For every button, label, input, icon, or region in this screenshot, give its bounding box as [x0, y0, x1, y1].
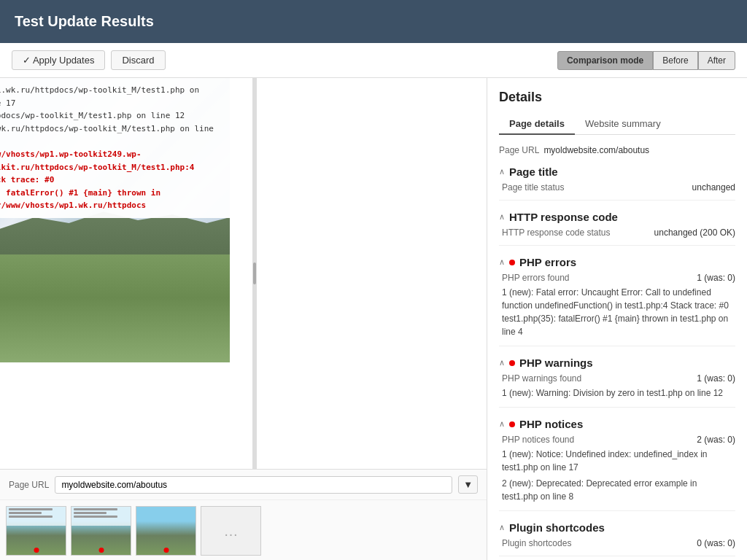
- toolbar: ✓ Apply Updates Discard Comparison mode …: [0, 43, 747, 78]
- section-detail-text: 1 (new): Warning: Division by zero in te…: [499, 386, 735, 400]
- section-row-label: Plugin shortcodes: [502, 538, 571, 548]
- thumbnail-1[interactable]: [6, 506, 66, 556]
- image-area: /wp1.wk.ru/httpdocs/wp-toolkit_M/test1.p…: [0, 78, 487, 469]
- header-title: Test Update Results: [15, 13, 154, 29]
- right-panel: Details Page details Website summary Pag…: [487, 78, 747, 560]
- section-row-value: unchanged: [692, 182, 735, 192]
- section-page-title: ∧Page titlePage title statusunchanged: [499, 166, 735, 201]
- section-detail-text: 1 (new): Fatal error: Uncaught Error: Ca…: [499, 286, 735, 338]
- thumbnail-3[interactable]: [136, 506, 196, 556]
- thumb-error-dot-2: [98, 548, 104, 553]
- details-title: Details: [499, 90, 735, 105]
- drag-handle[interactable]: [252, 78, 257, 469]
- section-plugin-shortcodes: ∧Plugin shortcodesPlugin shortcodes0 (wa…: [499, 521, 735, 556]
- tab-website-summary[interactable]: Website summary: [575, 114, 671, 135]
- discard-button[interactable]: Discard: [111, 50, 165, 70]
- url-bar-label: Page URL: [9, 480, 49, 490]
- section-detail-text: 1 (new): Notice: Undefined index: undefi…: [499, 448, 735, 474]
- section-php-errors: ∧PHP errorsPHP errors found1 (was: 0)1 (…: [499, 256, 735, 346]
- section-header-php-warnings: ∧PHP warnings: [499, 357, 735, 369]
- section-row: PHP warnings found1 (was: 0): [499, 373, 735, 384]
- error-line-4: /www/vhosts/wp1.wp-toolkit249.wp-toolkit…: [0, 148, 222, 187]
- section-divider: [499, 556, 735, 556]
- thumbnail-2[interactable]: [71, 506, 131, 556]
- chevron-php-warnings[interactable]: ∧: [499, 358, 505, 368]
- section-title-php-notices: PHP notices: [519, 418, 583, 430]
- chevron-plugin-shortcodes[interactable]: ∧: [499, 523, 505, 532]
- page-url-value: myoldwebsite.com/aboutus: [543, 145, 649, 155]
- after-button[interactable]: After: [698, 51, 735, 70]
- error-line-2: httpdocs/wp-toolkit_M/test1.php on line …: [0, 109, 222, 122]
- section-divider: [499, 200, 735, 201]
- left-panel: /wp1.wk.ru/httpdocs/wp-toolkit_M/test1.p…: [0, 78, 487, 560]
- section-row: PHP notices found2 (was: 0): [499, 435, 735, 445]
- section-row: PHP errors found1 (was: 0): [499, 273, 735, 283]
- main-layout: /wp1.wk.ru/httpdocs/wp-toolkit_M/test1.p…: [0, 78, 747, 560]
- section-row: HTTP response code statusunchanged (200 …: [499, 228, 735, 238]
- section-row-value: 1 (was: 0): [697, 273, 735, 283]
- thumb-error-dot-1: [34, 548, 39, 553]
- sections-container: ∧Page titlePage title statusunchanged∧HT…: [499, 166, 735, 556]
- section-php-warnings: ∧PHP warningsPHP warnings found1 (was: 0…: [499, 357, 735, 408]
- thumb-line: [9, 516, 53, 518]
- more-indicator: …: [224, 523, 239, 540]
- thumb-line: [9, 508, 53, 510]
- section-detail-text: 2 (new): Deprecated: Deprecated error ex…: [499, 477, 735, 503]
- before-button[interactable]: Before: [653, 51, 697, 70]
- section-header-page-title: ∧Page title: [499, 166, 735, 178]
- section-header-php-notices: ∧PHP notices: [499, 418, 735, 430]
- section-title-plugin-shortcodes: Plugin shortcodes: [509, 521, 605, 534]
- section-row: Page title statusunchanged: [499, 182, 735, 192]
- section-header-http-response: ∧HTTP response code: [499, 211, 735, 223]
- thumbnails-row: …: [0, 499, 487, 560]
- section-divider: [499, 407, 735, 408]
- chevron-page-title[interactable]: ∧: [499, 167, 505, 176]
- url-dropdown-button[interactable]: ▼: [458, 475, 478, 494]
- chevron-php-notices[interactable]: ∧: [499, 419, 505, 429]
- section-row-value: 2 (was: 0): [697, 435, 735, 445]
- section-row: Plugin shortcodes0 (was: 0): [499, 538, 735, 548]
- section-divider: [499, 245, 735, 246]
- thumb-error-dot-3: [163, 548, 169, 553]
- drag-handle-indicator: [253, 262, 256, 284]
- thumb-line: [74, 516, 117, 518]
- section-title-http-response: HTTP response code: [509, 211, 618, 223]
- url-input[interactable]: [55, 476, 452, 494]
- section-row-value: unchanged (200 OK): [654, 228, 735, 238]
- section-row-label: Page title status: [502, 182, 564, 192]
- error-line-3: p1.wk.ru/httpdocs/wp-toolkit_M/test1.php…: [0, 122, 222, 148]
- chevron-http-response[interactable]: ∧: [499, 212, 505, 222]
- error-dot-php-warnings: [509, 360, 515, 366]
- page-header: Test Update Results: [0, 0, 747, 43]
- chevron-php-errors[interactable]: ∧: [499, 257, 505, 267]
- error-line-1: /wp1.wk.ru/httpdocs/wp-toolkit_M/test1.p…: [0, 84, 222, 109]
- thumb-line: [74, 512, 107, 514]
- page-url-label: Page URL: [499, 145, 539, 155]
- error-dot-php-notices: [509, 421, 515, 427]
- section-title-php-warnings: PHP warnings: [519, 357, 593, 369]
- screenshot-container: /wp1.wk.ru/httpdocs/wp-toolkit_M/test1.p…: [0, 78, 230, 362]
- section-divider: [499, 346, 735, 346]
- section-title-php-errors: PHP errors: [519, 256, 576, 268]
- section-row-label: PHP notices found: [502, 435, 574, 445]
- url-bar: Page URL ▼: [0, 469, 487, 499]
- error-line-5: 35): fatalError() #1 {main} thrown in /v…: [0, 187, 222, 212]
- section-row-label: HTTP response code status: [502, 228, 611, 238]
- section-row-label: PHP warnings found: [502, 373, 581, 384]
- thumb-content-1: [7, 507, 66, 526]
- page-url-row: Page URL myoldwebsite.com/aboutus: [499, 145, 735, 155]
- thumb-content-2: [71, 507, 131, 526]
- section-title-page-title: Page title: [509, 166, 558, 178]
- section-header-php-errors: ∧PHP errors: [499, 256, 735, 268]
- section-php-notices: ∧PHP noticesPHP notices found2 (was: 0)1…: [499, 418, 735, 511]
- tab-page-details[interactable]: Page details: [499, 114, 575, 135]
- error-dot-php-errors: [509, 260, 515, 265]
- thumbnail-more[interactable]: …: [201, 506, 261, 556]
- thumb-line: [9, 512, 42, 514]
- section-header-plugin-shortcodes: ∧Plugin shortcodes: [499, 521, 735, 534]
- comparison-mode-button[interactable]: Comparison mode: [557, 51, 653, 70]
- details-tabs: Page details Website summary: [499, 114, 735, 135]
- section-row-value: 1 (was: 0): [697, 373, 735, 384]
- apply-updates-button[interactable]: ✓ Apply Updates: [12, 50, 105, 70]
- error-overlay: /wp1.wk.ru/httpdocs/wp-toolkit_M/test1.p…: [0, 78, 230, 218]
